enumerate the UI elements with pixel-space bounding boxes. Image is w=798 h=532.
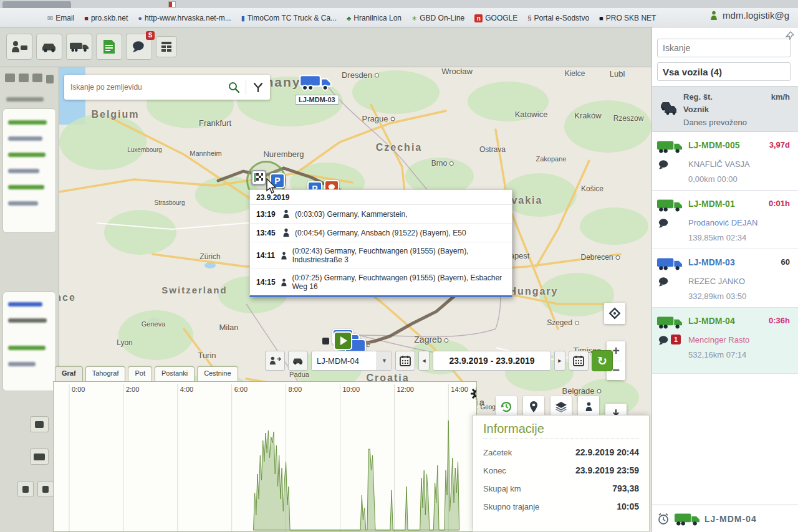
vehicle-mode-button[interactable]: [288, 351, 308, 371]
svg-text:6:00: 6:00: [234, 386, 248, 393]
footer-vehicle-label: LJ-MDM-04: [704, 514, 757, 524]
svg-text:14:00: 14:00: [451, 386, 468, 393]
layers-tool-button[interactable]: [30, 416, 49, 432]
truck-tool-button[interactable]: [30, 449, 49, 465]
mini-tool-icon[interactable]: [19, 74, 29, 82]
browser-tab[interactable]: [2, 1, 71, 8]
map-city-label: Prague: [362, 114, 395, 123]
stop-location: (0:03:03) Germany, Kammerstein,: [295, 210, 408, 219]
bottom-tabs: GrafTahografPotPostankiCestnine: [55, 366, 238, 381]
grid-button[interactable]: [156, 36, 177, 57]
messages-button[interactable]: S: [126, 34, 152, 60]
mini-tool-icon[interactable]: [32, 74, 42, 82]
history-button[interactable]: [496, 396, 517, 417]
search-icon: [228, 82, 239, 93]
route-play-button[interactable]: [334, 331, 352, 350]
chat-bubble-icon[interactable]: [658, 218, 670, 229]
map-city-label: nce: [59, 292, 76, 303]
poi-square-marker: [322, 338, 329, 344]
vehicle-filter-value: Vsa vozila (4): [663, 67, 722, 77]
mini-tool-icon[interactable]: [46, 75, 54, 83]
map-search-button[interactable]: [222, 82, 246, 93]
gbd-bookmark[interactable]: ∗GBD On-Line: [411, 14, 464, 22]
small-tool-button[interactable]: [17, 481, 34, 497]
refresh-button[interactable]: ↻: [592, 350, 613, 371]
stop-location: (0:02:43) Germany, Feuchtwangen (91555) …: [292, 247, 506, 264]
vehicle-group-panel[interactable]: [2, 108, 56, 233]
stop-time: 13:45: [256, 229, 277, 237]
hrvaska-bookmark[interactable]: ●http-www.hrvaska.net-m...: [138, 14, 231, 22]
calendar-button[interactable]: [395, 351, 415, 371]
mini-tool-icon[interactable]: [5, 74, 15, 82]
sidebar-footer[interactable]: LJ-MDM-04: [652, 505, 798, 532]
date-range-field[interactable]: 23.9.2019 - 23.9.2019: [433, 351, 551, 371]
place-marker-button[interactable]: [523, 396, 544, 417]
vehicle-driver: REZEC JANKO: [688, 277, 745, 286]
car-icon: [41, 41, 58, 52]
vehicle-row-ljmdm03[interactable]: LJ-MDM-03 60 REZEC JANKO 332,89km 03:50: [652, 249, 798, 308]
tab-postanki[interactable]: Postanki: [155, 366, 195, 381]
map-document-button[interactable]: [96, 34, 122, 60]
vehicle-dropdown[interactable]: LJ-MDM-04 ▼: [311, 351, 392, 371]
next-day-button[interactable]: ►: [554, 351, 565, 371]
mouse-cursor: [265, 178, 277, 194]
vehicle-distance: 532,16km 07:14: [688, 350, 746, 359]
skb-bookmark-icon: ■: [84, 14, 89, 22]
alert-count-badge[interactable]: 1: [671, 335, 681, 344]
stop-row[interactable]: 14:15 (0:07:25) Germany, Feuchtwangen (9…: [250, 269, 512, 295]
account-menu[interactable]: mdm.logistik@g: [709, 10, 789, 21]
info-row: Začetek 22.9.2019 20:44: [483, 447, 639, 457]
small-tool-button[interactable]: [37, 481, 54, 497]
email-bookmark[interactable]: ✉Email: [47, 14, 74, 22]
skb-bookmark[interactable]: ■pro.skb.net: [84, 14, 128, 22]
map-search-input[interactable]: [64, 83, 222, 92]
start-flag-marker[interactable]: [251, 170, 266, 185]
filter-icon: [253, 82, 263, 92]
tab-tahograf[interactable]: Tahograf: [85, 366, 126, 381]
map-city-label: Strasbourg: [155, 199, 185, 206]
layers-button[interactable]: [550, 396, 572, 417]
google-bookmark[interactable]: nGOOGLE: [474, 14, 517, 22]
vehicle-filter-dropdown[interactable]: Vsa vozila (4): [657, 62, 791, 81]
map-city-label: Mannheim: [190, 150, 221, 157]
alarm-clock-icon: [657, 513, 670, 525]
stop-row[interactable]: 13:45 (0:04:54) Germany, Ansbach (91522)…: [250, 224, 512, 242]
calendar-icon: [400, 355, 411, 366]
prev-day-button[interactable]: ◄: [418, 351, 430, 371]
truck-marker-ljmdm03[interactable]: [299, 72, 332, 93]
alert-s-badge: S: [146, 31, 155, 40]
truck-button[interactable]: [66, 34, 92, 60]
vehicle-row-ljmdm005[interactable]: LJ-MDM-005 3,97d KNAFLIČ VASJA 0,00km 00…: [652, 132, 798, 191]
chat-bubble-icon[interactable]: [658, 277, 670, 287]
map-filter-button[interactable]: [246, 82, 270, 92]
esodstvo-bookmark[interactable]: §Portal e-Sodstvo: [527, 14, 589, 22]
timocom-bookmark[interactable]: ▮TimoCom TC Truck & Ca...: [241, 14, 337, 22]
sidebar-search-input[interactable]: [658, 39, 790, 57]
calendar-button-2[interactable]: [569, 351, 589, 371]
sidebar-caption-blur: [6, 97, 44, 102]
checkered-flag-icon: [254, 173, 264, 183]
drivers-button[interactable]: [6, 34, 32, 60]
tab-pot[interactable]: Pot: [128, 366, 152, 381]
hranilnica-bookmark[interactable]: ♣Hranilnica Lon: [347, 14, 401, 22]
driver-select-button[interactable]: [265, 351, 285, 371]
links-panel[interactable]: [2, 292, 56, 391]
chat-bubble-icon: [132, 40, 146, 53]
stop-row[interactable]: 14:11 (0:02:43) Germany, Feuchtwangen (9…: [250, 242, 512, 269]
stop-row[interactable]: 13:19 (0:03:03) Germany, Kammerstein,: [250, 205, 512, 224]
tab-graf[interactable]: Graf: [55, 366, 83, 381]
streetview-button[interactable]: [578, 396, 599, 417]
chat-bubble-icon[interactable]: [658, 159, 670, 170]
vehicle-row-ljmdm04-selected[interactable]: LJ-MDM-04 0:36h 1 Mencinger Rasto 532,16…: [652, 308, 798, 374]
tab-cestnine[interactable]: Cestnine: [197, 366, 238, 381]
truck-icon-green: [657, 140, 682, 153]
bookmark-label: GBD On-Line: [420, 14, 464, 22]
chat-bubble-icon[interactable]: [658, 335, 670, 346]
recenter-button[interactable]: [604, 303, 625, 324]
skbnet-bookmark[interactable]: ■PRO SKB NET: [599, 14, 656, 22]
email-bookmark-icon: ✉: [47, 14, 53, 22]
vehicle-row-ljmdm01[interactable]: LJ-MDM-01 0:01h Prodanović DEJAN 139,85k…: [652, 191, 798, 249]
car-button[interactable]: [36, 34, 62, 60]
pin-icon[interactable]: [786, 31, 794, 40]
truck-icon-blue: [657, 257, 682, 270]
